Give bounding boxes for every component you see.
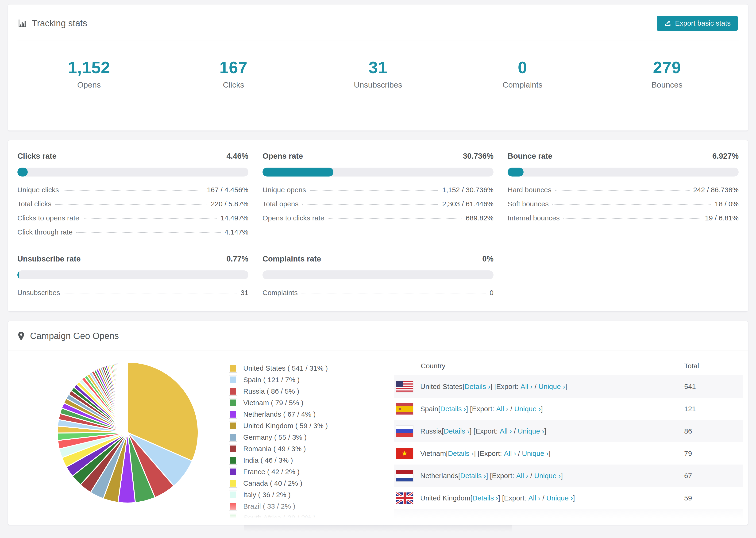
details-link[interactable]: Details ›	[472, 494, 498, 502]
country-cell: Spain [Details ›] [Export: All › / Uniqu…	[396, 403, 684, 414]
details-link[interactable]: Details ›	[464, 383, 490, 391]
dashboard-page: Tracking stats Export basic stats 1,152O…	[0, 0, 756, 532]
country-total: 79	[684, 450, 743, 457]
export-all-link[interactable]: All ›	[520, 383, 533, 391]
detail-label: Opens to clicks rate	[262, 214, 324, 222]
legend-label: Brazil ( 33 / 2% )	[243, 502, 296, 510]
rate-title: Opens rate	[262, 152, 303, 161]
rate-detail-row: Complaints0	[262, 289, 494, 297]
rate-detail-row: Unsubscribes31	[17, 289, 248, 297]
details-link[interactable]: Details ›	[440, 405, 466, 413]
nl-flag-icon	[396, 470, 413, 481]
legend-item-romania: Romania ( 49 / 3% )	[229, 445, 394, 453]
bracket: ]	[573, 494, 575, 502]
rate-detail-row: Clicks to opens rate14.497%	[17, 214, 248, 222]
export-all-link[interactable]: All ›	[504, 450, 516, 457]
export-all-link[interactable]: All ›	[516, 472, 528, 480]
country-name: Vietnam	[420, 450, 446, 457]
legend-item-netherlands: Netherlands ( 67 / 4% )	[229, 410, 394, 418]
legend-swatch	[229, 387, 237, 396]
bracket: [	[446, 450, 448, 457]
legend-label: South Africa ( 29 / 2% )	[243, 514, 315, 522]
detail-label: Unique clicks	[17, 186, 59, 194]
es-flag-icon	[396, 403, 413, 414]
gb-flag-icon	[396, 493, 413, 504]
legend-swatch	[229, 445, 237, 453]
detail-value: 689.82%	[466, 214, 494, 222]
bracket: ]	[544, 427, 546, 435]
rate-title: Clicks rate	[17, 152, 57, 161]
rate-value: 30.736%	[463, 152, 494, 161]
geo-table-row-united-states: United States [Details ›] [Export: All ›…	[394, 375, 743, 398]
country-name: United States	[420, 383, 462, 391]
dotted-leader	[555, 190, 689, 190]
export-all-link[interactable]: All ›	[496, 405, 509, 413]
dotted-leader	[301, 293, 486, 294]
export-unique-link[interactable]: Unique ›	[514, 405, 541, 413]
rates-card: Clicks rate4.46%Unique clicks167 / 4.456…	[8, 140, 748, 311]
export-all-link[interactable]: All ›	[500, 427, 512, 435]
export-unique-link[interactable]: Unique ›	[546, 494, 573, 502]
country-name: Netherlands	[420, 472, 458, 480]
geo-pie-chart	[17, 356, 229, 525]
country-column-header: Country	[394, 362, 684, 370]
legend-item-france: France ( 42 / 2% )	[229, 467, 394, 476]
export-unique-link[interactable]: Unique ›	[518, 427, 544, 435]
legend-item-united-kingdom: United Kingdom ( 59 / 3% )	[229, 422, 394, 430]
rate-card-header: Clicks rate4.46%	[17, 152, 248, 161]
slash: /	[508, 405, 514, 413]
country-cell	[396, 518, 684, 522]
export-icon	[664, 19, 672, 27]
detail-value: 242 / 86.738%	[693, 186, 739, 194]
legend-swatch	[229, 456, 237, 464]
stat-label: Bounces	[652, 80, 682, 89]
dotted-leader	[564, 218, 701, 219]
export-all-link[interactable]: All ›	[528, 494, 540, 502]
export-unique-link[interactable]: Unique ›	[522, 450, 549, 457]
details-link[interactable]: Details ›	[444, 427, 469, 435]
export-prefix: Export:	[480, 450, 504, 457]
legend-label: France ( 42 / 2% )	[243, 468, 299, 476]
export-unique-link[interactable]: Unique ›	[534, 472, 561, 480]
country-total: 67	[684, 472, 743, 480]
export-prefix: Export:	[475, 427, 500, 435]
rate-card-header: Bounce rate6.927%	[508, 152, 739, 161]
country-name: United Kingdom	[420, 494, 470, 502]
legend-swatch	[229, 422, 237, 430]
campaign-geo-opens-card: Campaign Geo Opens United States ( 541 /…	[8, 321, 748, 525]
rate-progress-track	[17, 168, 248, 177]
rate-detail-row: Hard bounces242 / 86.738%	[508, 186, 739, 194]
pie-slice-other-63	[128, 362, 128, 433]
detail-label: Total clicks	[17, 200, 51, 208]
page-bottom-shadow	[244, 525, 512, 532]
export-prefix: Export:	[504, 494, 528, 502]
slash: /	[512, 427, 518, 435]
export-unique-link[interactable]: Unique ›	[539, 383, 565, 391]
page-title: Tracking stats	[32, 18, 87, 28]
rate-detail-row: Total opens2,303 / 61.446%	[262, 200, 494, 208]
rate-progress-track	[262, 270, 494, 279]
rate-progress-fill	[17, 270, 19, 279]
country-cell: United States [Details ›] [Export: All ›…	[396, 381, 684, 392]
legend-item-germany: Germany ( 55 / 3% )	[229, 433, 394, 442]
detail-value: 19 / 6.81%	[705, 214, 739, 222]
rate-detail-row: Unique clicks167 / 4.456%	[17, 186, 248, 194]
us-flag-icon	[396, 381, 413, 392]
details-link[interactable]: Details ›	[460, 472, 486, 480]
total-column-header: Total	[684, 362, 743, 370]
country-name: Russia	[420, 427, 442, 435]
export-basic-stats-button[interactable]: Export basic stats	[657, 16, 738, 31]
detail-label: Clicks to opens rate	[17, 214, 79, 222]
rate-title: Complaints rate	[262, 254, 321, 263]
legend-label: United Kingdom ( 59 / 3% )	[243, 422, 328, 430]
rate-progress-fill	[262, 168, 333, 177]
detail-label: Click through rate	[17, 228, 73, 236]
legend-item-united-states: United States ( 541 / 31% )	[229, 364, 394, 372]
details-link[interactable]: Details ›	[448, 450, 474, 457]
slash: /	[516, 450, 522, 457]
dotted-leader	[302, 204, 438, 205]
country-total: 59	[684, 494, 743, 502]
detail-value: 0	[490, 289, 494, 297]
rate-card-complaints-rate: Complaints rate0%Complaints0	[262, 254, 494, 297]
country-cell: Netherlands [Details ›] [Export: All › /…	[396, 470, 684, 481]
